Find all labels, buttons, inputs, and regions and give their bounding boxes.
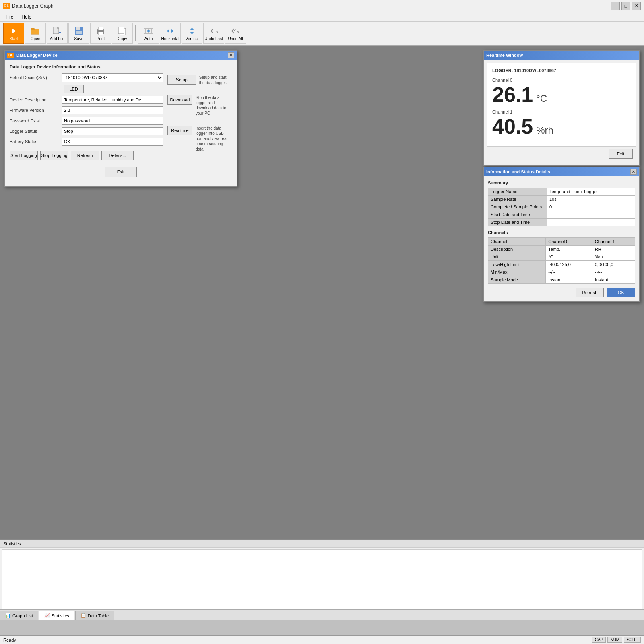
cap-indicator: CAP [592, 637, 606, 643]
svg-rect-3 [31, 28, 34, 30]
maximize-button[interactable]: □ [621, 2, 630, 10]
bottom-tabs: 📊 Graph List 📈 Statistics 📋 Data Table [0, 609, 644, 620]
device-window-title: Data Logger Device [16, 53, 58, 58]
info-refresh-button[interactable]: Refresh [576, 288, 604, 297]
statistics-label: Statistics [52, 613, 69, 618]
svg-marker-23 [167, 29, 169, 33]
summary-value-3: --- [547, 211, 635, 219]
summary-value-2: 0 [547, 203, 635, 211]
addfile-icon [52, 26, 62, 36]
device-window-controls: ✕ [228, 52, 234, 58]
graph-list-icon: 📊 [5, 613, 11, 618]
summary-value-0: Temp. and Humi. Logger [547, 188, 635, 196]
battery-status-row: Battery Status [10, 138, 163, 146]
logger-status-input [62, 127, 163, 135]
toolbar-undoall-button[interactable]: Undo All [225, 23, 246, 44]
right-action-panel: Setup Setup and start the data logger. D… [167, 73, 232, 160]
toolbar-undolast-button[interactable]: Undo Last [203, 23, 224, 44]
firmware-row: Firmware Version [10, 106, 163, 114]
svg-rect-12 [98, 27, 103, 30]
channel-cell-0-0: Description [488, 246, 546, 253]
device-desc-row: Device Description [10, 96, 163, 104]
channel-cell-2-1: -40,0/125,0 [546, 261, 592, 268]
download-desc: Stop the data logger and download data t… [196, 95, 232, 116]
close-button[interactable]: ✕ [632, 2, 641, 10]
details-button[interactable]: Details... [101, 151, 134, 160]
toolbar-start-button[interactable]: Start [3, 23, 24, 44]
setup-button[interactable]: Setup [167, 75, 196, 85]
app-icon: DL [3, 3, 10, 9]
channel0-label: Channel 0 [492, 78, 631, 83]
channel-cell-1-0: Unit [488, 253, 546, 261]
scre-indicator: SCRE [624, 637, 641, 643]
minimize-button[interactable]: ─ [611, 2, 620, 10]
password-input [62, 117, 163, 125]
device-desc-input[interactable] [62, 96, 163, 104]
info-ok-button[interactable]: OK [607, 288, 635, 297]
statistics-icon: 📈 [44, 613, 50, 618]
undolast-icon [209, 26, 219, 36]
toolbar-save-button[interactable]: Save [68, 23, 89, 44]
channel-header-1: Channel 0 [546, 238, 592, 246]
download-button[interactable]: Download [167, 95, 192, 105]
info-bottom-buttons: Refresh OK [488, 288, 635, 297]
channel-cell-4-0: Sample Mode [488, 276, 546, 284]
summary-row-1: Sample Rate 10s [488, 196, 635, 203]
svg-rect-13 [98, 32, 103, 35]
channel-row-3: Min/Max --/-- --/-- [488, 268, 635, 276]
realtime-button[interactable]: Realtime [167, 126, 192, 135]
start-icon [9, 26, 19, 36]
data-table-label: Data Table [88, 613, 109, 618]
toolbar-open-button[interactable]: Open [25, 23, 46, 44]
realtime-window-title: Realtime Window [486, 53, 523, 58]
svg-marker-26 [190, 27, 194, 30]
channel0-row: 26.1 °C [492, 83, 631, 106]
svg-marker-27 [190, 32, 194, 35]
channel-header-2: Channel 1 [592, 238, 635, 246]
device-section-title: Data Logger Device Information and Statu… [10, 64, 232, 69]
channel1-section: Channel 1 40.5 %rh [492, 109, 631, 138]
channel-row-0: Description Temp. RH [488, 246, 635, 253]
print-icon [96, 26, 105, 36]
channel-cell-3-1: --/-- [546, 268, 592, 276]
channel-cell-1-1: °C [546, 253, 592, 261]
device-window-close[interactable]: ✕ [228, 52, 234, 58]
menu-bar: File Help [0, 12, 644, 22]
window-controls: ─ □ ✕ [611, 2, 641, 10]
tab-statistics[interactable]: 📈 Statistics [39, 611, 74, 620]
channels-title: Channels [488, 230, 635, 235]
toolbar-copy-button[interactable]: Copy [112, 23, 133, 44]
stop-logging-button[interactable]: Stop Logging [40, 151, 68, 160]
device-form: Select Device(S/N) 181010DWL0073867 LED … [10, 73, 163, 160]
device-desc-label: Device Description [10, 97, 62, 102]
led-row: LED [10, 85, 163, 93]
summary-row-4: Stop Date and Time --- [488, 219, 635, 226]
statistics-panel-title: Statistics [0, 540, 644, 548]
toolbar-vertical-button[interactable]: Vertical [182, 23, 202, 44]
menu-file[interactable]: File [2, 13, 17, 21]
realtime-exit-button[interactable]: Exit [609, 149, 633, 159]
tab-data-table[interactable]: 📋 Data Table [75, 611, 114, 620]
menu-help[interactable]: Help [17, 13, 35, 21]
toolbar-print-button[interactable]: Print [90, 23, 111, 44]
data-table-icon: 📋 [80, 613, 86, 618]
channel-header-0: Channel [488, 238, 546, 246]
channel-table: Channel Channel 0 Channel 1 Description … [488, 237, 635, 284]
device-exit-button[interactable]: Exit [105, 167, 137, 177]
info-window-title: Information and Status Details [486, 169, 550, 174]
realtime-display: LOGGER: 181010DWL0073867 Channel 0 26.1 … [487, 63, 636, 147]
toolbar-auto-button[interactable]: Auto [138, 23, 159, 44]
channel0-unit: °C [536, 93, 547, 104]
summary-row-0: Logger Name Temp. and Humi. Logger [488, 188, 635, 196]
toolbar-horizontal-button[interactable]: Horizontal [160, 23, 181, 44]
led-button[interactable]: LED [64, 85, 84, 93]
toolbar-addfile-button[interactable]: Add File [47, 23, 68, 44]
tab-graph-list[interactable]: 📊 Graph List [0, 611, 38, 620]
info-window-close[interactable]: ✕ [630, 169, 637, 175]
logger-id: LOGGER: 181010DWL0073867 [492, 68, 631, 73]
refresh-button[interactable]: Refresh [71, 151, 99, 160]
start-logging-button[interactable]: Start Logging [10, 151, 38, 160]
device-window-icon: DL [7, 53, 14, 58]
device-exit-row: Exit [10, 167, 232, 177]
device-select[interactable]: 181010DWL0073867 [62, 73, 163, 82]
